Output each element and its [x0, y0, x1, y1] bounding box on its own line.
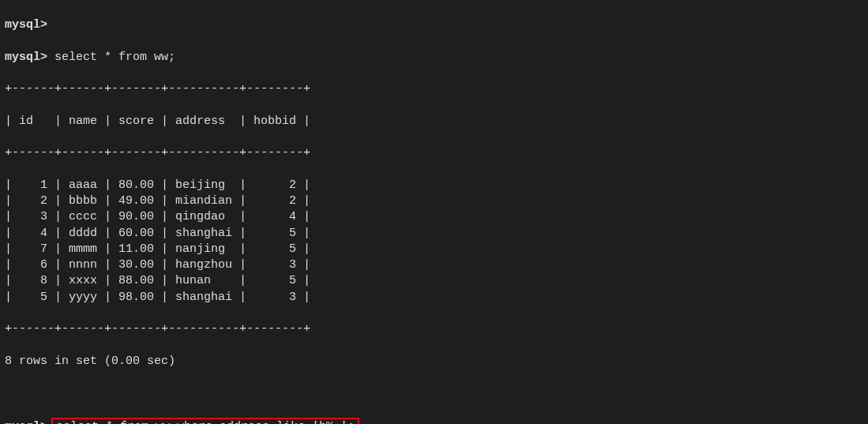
table-divider: +------+------+-------+----------+------…	[5, 145, 863, 161]
table-row: | 3 | cccc | 90.00 | qingdao | 4 |	[5, 209, 863, 225]
sql-query-1: select * from ww;	[54, 51, 175, 64]
result-summary: 8 rows in set (0.00 sec)	[5, 354, 863, 370]
table-row: | 7 | mmmm | 11.00 | nanjing | 5 |	[5, 242, 863, 257]
table-divider: +------+------+-------+----------+------…	[5, 321, 863, 337]
table-row: | 1 | aaaa | 80.00 | beijing | 2 |	[5, 178, 863, 193]
table-row: | 5 | yyyy | 98.00 | shanghai | 3 |	[5, 290, 863, 306]
table-row: | 6 | nnnn | 30.00 | hangzhou | 3 |	[5, 257, 863, 273]
table-divider: +------+------+-------+----------+------…	[5, 81, 863, 97]
terminal-output: mysql> mysql> select * from ww; +------+…	[0, 0, 868, 424]
table-row: | 2 | bbbb | 49.00 | miandian | 2 |	[5, 193, 863, 209]
table-header: | id | name | score | address | hobbid |	[5, 114, 863, 129]
mysql-prompt: mysql>	[5, 420, 47, 425]
mysql-prompt: mysql>	[5, 51, 47, 64]
mysql-prompt: mysql>	[5, 18, 47, 32]
table-row: | 4 | dddd | 60.00 | shanghai | 5 |	[5, 226, 863, 242]
sql-query-2: select * from ww where address like 'h%_…	[56, 420, 355, 425]
table-row: | 8 | xxxx | 88.00 | hunan | 5 |	[5, 273, 863, 289]
highlighted-query: select * from ww where address like 'h%_…	[51, 418, 359, 425]
